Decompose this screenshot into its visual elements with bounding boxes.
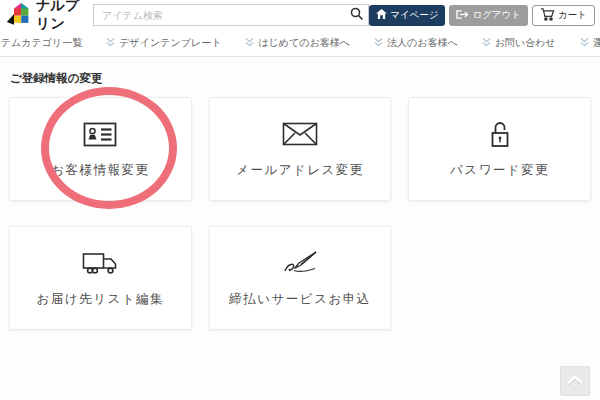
mypage-label: マイページ [390,9,438,22]
logo-cube-icon [5,0,32,30]
card-shipping-list[interactable]: お届け先リスト編集 [9,226,192,330]
double-chevron-down-icon [374,38,383,49]
main-nav: アイテムカテゴリ一覧 デザインテンプレート はじめてのお客様へ 法人のお客様へ [0,30,600,57]
card-label: お届け先リスト編集 [37,291,164,308]
card-email-change[interactable]: メールアドレス変更 [209,97,392,201]
nav-label: デザインテンプレート [119,36,221,50]
nav-label: お問い合わせ [495,36,556,50]
nav-item-company[interactable]: 運営会社 [580,36,600,50]
header-actions: マイページ ログアウト カート [369,5,595,26]
cart-icon [540,8,555,23]
card-label: お客様情報変更 [51,162,149,179]
search-button[interactable] [347,5,367,25]
card-label: メールアドレス変更 [236,162,364,179]
id-card-icon [83,119,117,149]
card-label: パスワード変更 [450,162,549,179]
mypage-button[interactable]: マイページ [369,5,445,26]
truck-icon [82,248,118,278]
nav-label: 運営会社 [593,36,600,50]
logout-icon [456,9,469,22]
nav-label: はじめてのお客様へ [258,36,350,50]
nav-item-design-templates[interactable]: デザインテンプレート [106,36,221,50]
pen-signature-icon [281,248,319,278]
chevron-up-icon [565,372,585,390]
double-chevron-down-icon [482,38,491,49]
header: オリジナルプリント.jp マイページ [0,0,600,30]
cart-label: カート [558,9,587,22]
search-input[interactable] [93,4,369,26]
home-icon [376,9,387,21]
card-customer-info[interactable]: お客様情報変更 [9,97,192,201]
search-box [93,4,369,26]
nav-label: 法人のお客様へ [387,36,458,50]
lock-icon [489,119,511,149]
logout-button[interactable]: ログアウト [449,5,528,26]
search-icon [350,9,364,24]
nav-item-first-time[interactable]: はじめてのお客様へ [245,36,350,50]
logout-label: ログアウト [472,9,521,22]
double-chevron-down-icon [106,38,115,49]
card-deferred-payment[interactable]: 締払いサービスお申込 [209,226,392,330]
card-password-change[interactable]: パスワード変更 [408,97,591,201]
double-chevron-down-icon [245,38,254,49]
card-label: 締払いサービスお申込 [229,291,370,308]
nav-label: アイテムカテゴリ一覧 [0,36,82,50]
section-title: ご登録情報の変更 [10,71,591,86]
double-chevron-down-icon [580,38,589,49]
registration-settings-section: ご登録情報の変更 お客様情報変更 [0,57,600,330]
cart-button[interactable]: カート [532,5,595,26]
nav-item-contact[interactable]: お問い合わせ [482,36,556,50]
scroll-to-top-button[interactable] [560,366,590,396]
settings-card-grid: お客様情報変更 メールアドレス変更 [9,97,591,330]
envelope-icon [282,119,318,149]
nav-item-corporate[interactable]: 法人のお客様へ [374,36,458,50]
nav-item-categories[interactable]: アイテムカテゴリ一覧 [0,36,82,50]
